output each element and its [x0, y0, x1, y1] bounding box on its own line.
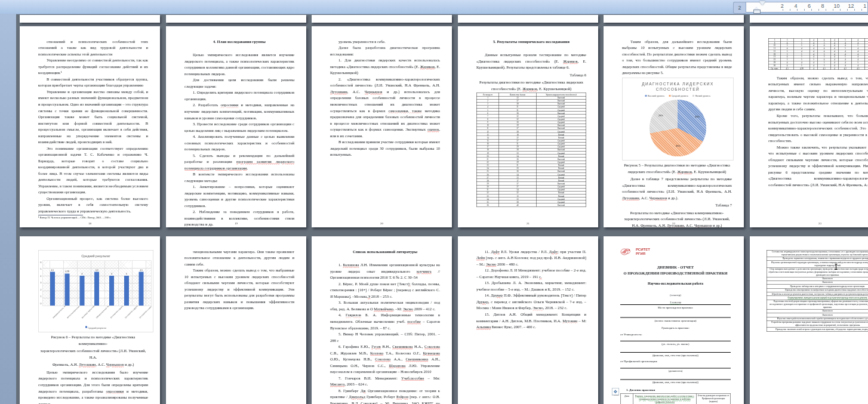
reference-item: 1. Балашова Л.Н. Изменения организационн…: [330, 262, 440, 281]
page-bottom-sliver: [20, 15, 160, 23]
horizontal-ruler[interactable]: 2 246810121: [733, 2, 868, 13]
bar-chart-x-labels: Направленность личностиИнтеллектуальные …: [41, 306, 152, 325]
semester-value: 2 семестр: [670, 301, 681, 304]
footnote: ¹ Винер Н. Человек управляющий. – СПб.: …: [38, 215, 148, 220]
paragraph: В контексте эмпирического исследования и…: [184, 171, 294, 183]
legend-swatch-mid: [669, 95, 670, 97]
table-row: Составление индивидуального плана прохож…: [767, 250, 868, 257]
page-number: 23: [750, 221, 868, 226]
paragraph: Управление и организация жестко связаны …: [38, 88, 148, 145]
table-label: Таблица 7: [622, 202, 732, 208]
section-heading: 4. План исследования группы: [184, 38, 294, 45]
reference-item: 15. Дятлов А.Н. Общий менеджмент: Концеп…: [476, 311, 586, 330]
bar-column: 4: [122, 261, 130, 306]
document-page-6[interactable]: 3554 44545 6454 54444 10554 44454 11444 …: [750, 26, 868, 227]
ruler-number: 10: [833, 3, 839, 9]
document-page-5[interactable]: Таким образом, для дальнейшего исследова…: [604, 26, 744, 227]
paragraph: Целью эмпирического исследования являетс…: [184, 52, 294, 77]
document-page-10[interactable]: 11. Дафт Р.Л. Уроки лидерства / Р.Л. Даф…: [458, 236, 598, 404]
legend-item: Низкий уровень: [692, 94, 710, 98]
bar-column: 4,5: [137, 261, 145, 306]
reference-item: 5. Винер Н Человек управляющий. – СПб: П…: [330, 331, 440, 343]
legend-swatch-low: [692, 95, 694, 97]
page-bottom-sliver: [604, 15, 744, 23]
semester-caption: (семестр): [620, 293, 731, 297]
ruler-number: 6: [807, 3, 812, 9]
form-line-organization[interactable]: [620, 313, 731, 317]
ruler-number: 1: [862, 3, 867, 9]
form-line-org-position[interactable]: [620, 364, 731, 369]
page-number: 18: [20, 221, 160, 226]
form-line-semester[interactable]: 2 семестр: [620, 300, 731, 305]
document-page-2[interactable]: 4. План исследования группы Целью эмпири…: [166, 26, 306, 227]
bar: [79, 276, 84, 306]
university-logo-emblem: [620, 248, 633, 256]
paragraph: Данные испытуемые прошли тестирование по…: [476, 52, 586, 71]
left-indent-marker[interactable]: [753, 10, 761, 14]
first-line-indent-marker[interactable]: [759, 1, 765, 5]
reference-item: 13. Дробышева Л. А. Экономика, маркетинг…: [476, 280, 586, 292]
page-number: 20: [312, 221, 452, 226]
bar-value-label: 4: [126, 272, 127, 276]
table-row: 3640Высокий: [476, 203, 586, 206]
ruler-number: 12: [848, 3, 854, 9]
reference-item: 11. Дафт Р.Л. Уроки лидерства / Р.Л. Даф…: [476, 248, 586, 267]
paragraph: Кроме того, результаты показывают, что б…: [768, 112, 868, 144]
table-move-handle[interactable]: ✥: [612, 388, 619, 395]
ruler-margin-area: 2: [733, 2, 746, 14]
page-number: 22: [604, 221, 744, 226]
form-line-univ-degree[interactable]: [620, 337, 731, 341]
diary-table: Дата Краткое содержание выполненных рабо…: [620, 393, 731, 404]
diary-header-row: Дата Краткое содержание выполненных рабо…: [620, 394, 731, 404]
bar-chart-legend: Средний результат: [41, 326, 152, 329]
table-row: Разработка программы развития лидерских …: [767, 320, 868, 327]
paragraph: 4. Анализировать полученные данные с цел…: [184, 133, 294, 152]
left-margin-strip: [0, 14, 16, 404]
bar-value-label: 4,28: [65, 270, 69, 273]
page-number: 21: [458, 221, 598, 226]
page-bottom-sliver: [458, 15, 598, 23]
report-title-line1: ДНЕВНИК - ОТЧЕТ: [620, 264, 731, 270]
paragraph: 1. Для диагностики лидерских качеств исп…: [330, 57, 440, 76]
place-caption: Место прохождения практики:: [620, 306, 731, 310]
pie-chart-title: ДИАГНОСТИКА ЛИДЕРСКИХ СПОСОБНОСТЕЙ: [625, 82, 731, 92]
document-page-11[interactable]: РСИТЕТРГИЯ ДНЕВНИК - ОТЧЕТ О ПРОХОЖДЕНИИ…: [604, 236, 744, 404]
paragraph: Таким образом, для дальнейшего исследова…: [622, 38, 732, 76]
document-page-3[interactable]: уровень уверенности в себе.Далее была ра…: [312, 26, 452, 227]
bar-chart-frame[interactable]: Средний результат 6543210 4,54,2844,5444…: [38, 250, 153, 332]
pie-chart-frame[interactable]: ДИАГНОСТИКА ЛИДЕРСКИХ СПОСОБНОСТЕЙ Высок…: [622, 78, 734, 160]
form-line-univ-name[interactable]: [620, 348, 731, 353]
univ-degree-caption: (уч. степень, уч. звание): [620, 342, 731, 346]
ruler-number: 2: [780, 3, 785, 9]
paragraph: Далее в таблице 7 представлены результат…: [622, 175, 732, 201]
paragraph: Целью эмпирического исследования было из…: [38, 369, 148, 404]
document-page-7[interactable]: Средний результат 6543210 4,54,2844,5444…: [20, 236, 160, 404]
form-line-org-name[interactable]: [620, 375, 731, 380]
pie-label-mid: 39%: [676, 144, 681, 147]
results-table-7-continued: 3554 44545 6454 54444 10554 44454 11444 …: [768, 38, 868, 70]
paragraph: 3. Провести исследование среди сотрудник…: [184, 121, 294, 133]
pie-label-high: 33%: [695, 115, 700, 119]
paragraph: Организационный процесс, как система бол…: [38, 195, 148, 214]
y-tick: 5: [41, 267, 42, 271]
paragraph: 1. Анкетирование – вопросники, которые о…: [184, 184, 294, 209]
document-page-4[interactable]: 5. Результаты эмпирического исследования…: [458, 26, 598, 227]
document-page-12[interactable]: Составление индивидуального плана прохож…: [750, 236, 868, 404]
paragraph: Для достижения цели исследования были ре…: [184, 77, 294, 90]
figure-caption: Рисунок 5 – Результаты диагностики по ме…: [622, 162, 732, 174]
reference-item: 6. Гарафина Е.Ю., Гусев В.Н., Свешникова…: [330, 343, 440, 375]
document-page-8[interactable]: эмоциональными чертами характера. Они та…: [166, 236, 306, 404]
paragraph: 2. Разработать опросники и методики, нап…: [184, 102, 294, 121]
document-page-1[interactable]: отношений и психологических особенностей…: [20, 26, 160, 227]
y-tick: 0: [41, 302, 42, 306]
bar-value-label: 4,5: [140, 268, 143, 272]
table-row: Изучение опыта работы психологической сл…: [767, 317, 868, 320]
legend-swatch-high: [645, 95, 647, 97]
text-cursor: [836, 264, 836, 270]
ruler-track: 246810121: [746, 2, 868, 13]
ruler-margin-number: 2: [738, 5, 741, 11]
org-name-caption: (фамилия, имя, отчество (при наличии)): [620, 380, 731, 384]
document-page-9[interactable]: Список использованной литературы 1. Бала…: [312, 236, 452, 404]
paragraph: Далее была разработана диагностическая п…: [330, 45, 440, 57]
paragraph: Управление неотделимо от совместной деят…: [38, 57, 148, 76]
